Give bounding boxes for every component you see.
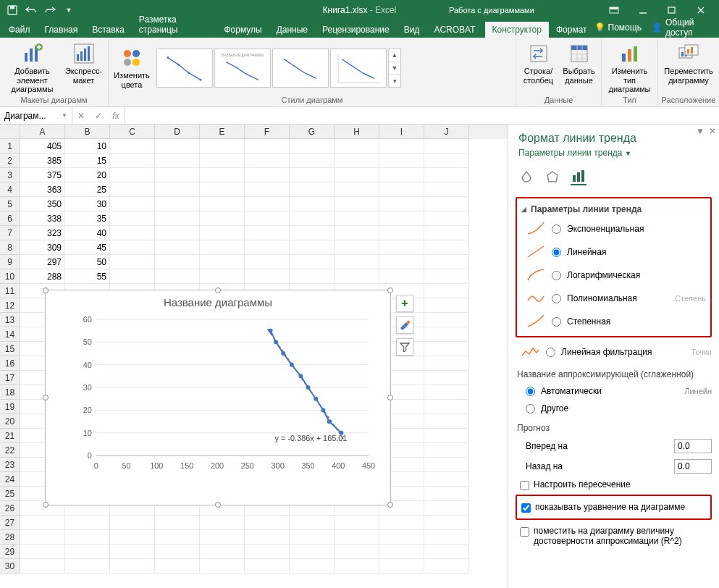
cell[interactable] <box>245 269 290 284</box>
cell[interactable] <box>424 371 469 385</box>
cell[interactable] <box>200 168 245 182</box>
checkbox-show-equation[interactable]: показывать уравнение на диаграмме <box>521 499 706 516</box>
cell[interactable]: 25 <box>65 182 110 197</box>
checkbox-set-intercept[interactable]: Настроить пересечение <box>516 476 712 493</box>
cell[interactable] <box>110 545 155 559</box>
cell[interactable] <box>424 154 469 168</box>
chart-styles-button[interactable] <box>396 316 413 334</box>
column-header[interactable]: F <box>245 125 290 139</box>
cell[interactable] <box>424 313 469 327</box>
cell[interactable] <box>335 516 379 530</box>
cell[interactable] <box>65 545 110 559</box>
cell[interactable] <box>20 559 65 574</box>
cell[interactable] <box>290 211 335 226</box>
cell[interactable] <box>155 530 200 545</box>
cancel-icon[interactable]: ✕ <box>72 111 90 121</box>
help-button[interactable]: 💡Помощь <box>594 22 642 33</box>
cell[interactable] <box>424 197 469 211</box>
cell[interactable] <box>379 154 424 168</box>
cell[interactable] <box>155 154 200 168</box>
cell[interactable] <box>290 255 335 269</box>
cell[interactable]: 363 <box>20 182 65 197</box>
cell[interactable] <box>424 356 469 371</box>
row-header[interactable]: 24 <box>0 472 20 487</box>
row-header[interactable]: 5 <box>0 197 20 211</box>
cell[interactable] <box>200 559 245 574</box>
cell[interactable] <box>155 240 200 255</box>
row-header[interactable]: 6 <box>0 211 20 226</box>
cell[interactable] <box>424 516 469 530</box>
pane-subtitle[interactable]: Параметры линии тренда ▼ <box>518 148 709 158</box>
cell[interactable] <box>335 182 379 197</box>
cell[interactable] <box>424 342 469 356</box>
cell[interactable] <box>200 154 245 168</box>
column-header[interactable]: E <box>200 125 245 139</box>
row-header[interactable]: 12 <box>0 298 20 313</box>
cell[interactable]: 323 <box>20 226 65 240</box>
cell[interactable] <box>155 269 200 284</box>
cell[interactable] <box>155 197 200 211</box>
minimize-icon[interactable] <box>631 1 655 19</box>
cell[interactable] <box>20 545 65 559</box>
undo-icon[interactable] <box>23 2 39 18</box>
cell[interactable] <box>200 530 245 545</box>
cell[interactable]: 15 <box>65 154 110 168</box>
row-header[interactable]: 1 <box>0 139 20 154</box>
cell[interactable] <box>155 545 200 559</box>
cell[interactable] <box>110 211 155 226</box>
cell[interactable] <box>379 545 424 559</box>
cell[interactable]: 30 <box>65 197 110 211</box>
tab-insert[interactable]: Вставка <box>85 22 132 38</box>
tab-chart-design[interactable]: Конструктор <box>485 22 549 38</box>
checkbox-show-r2[interactable]: поместить на диаграмму величину достовер… <box>516 523 712 549</box>
column-header[interactable]: J <box>424 125 469 139</box>
column-header[interactable]: B <box>65 125 110 139</box>
cell[interactable]: 55 <box>65 269 110 284</box>
cell[interactable] <box>424 472 469 487</box>
cell[interactable] <box>335 559 379 574</box>
cell[interactable] <box>200 139 245 154</box>
share-button[interactable]: 👤Общий доступ <box>652 17 710 38</box>
cell[interactable] <box>245 154 290 168</box>
more-icon[interactable]: ▾ <box>389 75 400 87</box>
cell[interactable]: 50 <box>65 255 110 269</box>
column-header[interactable]: A <box>20 125 65 139</box>
cell[interactable] <box>110 269 155 284</box>
cell[interactable] <box>379 530 424 545</box>
cell[interactable] <box>424 414 469 429</box>
save-icon[interactable] <box>4 2 20 18</box>
tab-file[interactable]: Файл <box>1 22 38 38</box>
cell[interactable] <box>335 211 379 226</box>
radio-power[interactable]: Степенная <box>521 310 706 333</box>
cell[interactable] <box>290 197 335 211</box>
cell[interactable] <box>424 240 469 255</box>
cell[interactable] <box>110 559 155 574</box>
cell[interactable] <box>424 226 469 240</box>
cell[interactable] <box>335 255 379 269</box>
cell[interactable] <box>110 139 155 154</box>
cell[interactable] <box>110 168 155 182</box>
pane-menu-icon[interactable]: ▼ <box>696 126 705 136</box>
cell[interactable] <box>424 545 469 559</box>
cell[interactable] <box>200 240 245 255</box>
plot-area[interactable]: 0102030405060050100150200250300350400450… <box>75 314 376 474</box>
cell[interactable] <box>379 226 424 240</box>
cell[interactable] <box>245 197 290 211</box>
row-header[interactable]: 28 <box>0 530 20 545</box>
cell[interactable] <box>110 240 155 255</box>
fx-icon[interactable]: fx <box>107 111 125 121</box>
row-header[interactable]: 13 <box>0 313 20 327</box>
scroll-down-icon[interactable]: ▼ <box>389 62 400 75</box>
cell[interactable] <box>379 139 424 154</box>
resize-handle[interactable] <box>387 287 393 293</box>
pane-close-icon[interactable]: ✕ <box>709 126 716 136</box>
cell[interactable] <box>379 240 424 255</box>
cell[interactable] <box>379 255 424 269</box>
cell[interactable] <box>424 458 469 472</box>
cell[interactable] <box>155 559 200 574</box>
section-trendline-options[interactable]: Параметры линии тренда <box>521 201 706 217</box>
cell[interactable]: 405 <box>20 139 65 154</box>
cell[interactable] <box>290 168 335 182</box>
cell[interactable] <box>424 298 469 313</box>
tab-formulas[interactable]: Формулы <box>216 22 269 38</box>
